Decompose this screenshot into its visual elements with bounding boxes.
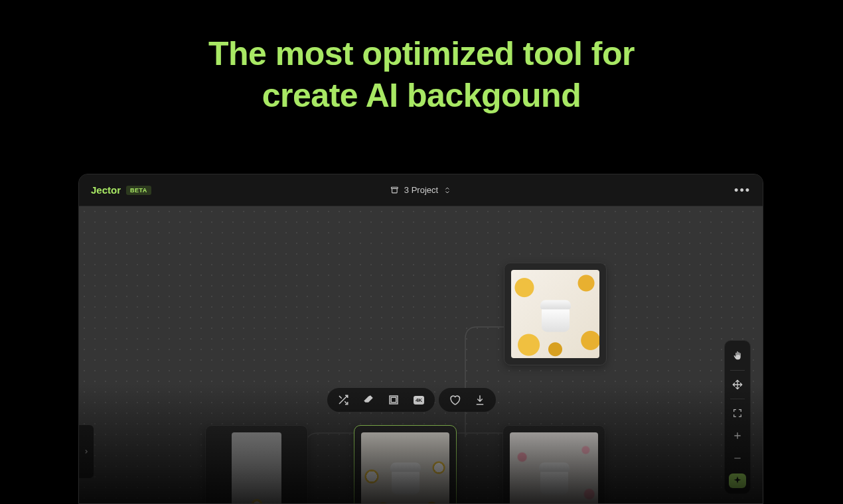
archive-icon — [390, 186, 399, 194]
headline-line-2: create AI backgound — [0, 75, 843, 117]
sparkle-icon — [732, 475, 743, 486]
thumbnail — [510, 432, 598, 504]
node-yellow-flowers[interactable] — [504, 263, 607, 365]
crop-icon — [388, 394, 400, 406]
move-icon — [732, 379, 743, 390]
shuffle-icon — [337, 394, 349, 406]
svg-rect-0 — [391, 187, 398, 188]
thumbnail — [361, 432, 449, 504]
headline-line-1: The most optimized tool for — [0, 33, 843, 75]
like-button[interactable] — [448, 393, 461, 407]
quality-4k-button[interactable]: 4K — [412, 393, 425, 407]
product-jar-icon — [389, 462, 422, 494]
hand-icon — [732, 351, 743, 361]
erase-button[interactable] — [362, 393, 375, 407]
app-header: Jector BETA 3 Project ••• — [79, 174, 763, 206]
more-menu-button[interactable]: ••• — [734, 184, 751, 196]
context-toolbar: 4K — [327, 388, 496, 412]
thumbnail — [232, 432, 281, 504]
view-tools-panel — [724, 340, 751, 494]
zoom-out-button[interactable] — [728, 448, 747, 468]
logo[interactable]: Jector BETA — [91, 184, 151, 196]
ai-generate-button[interactable] — [729, 473, 746, 488]
toolbar-group-save — [439, 388, 496, 412]
svg-rect-1 — [391, 397, 396, 403]
chevron-updown-icon — [443, 186, 451, 194]
sidebar-expand-handle[interactable] — [79, 425, 94, 478]
app-window: Jector BETA 3 Project ••• — [78, 174, 763, 504]
thumbnail — [511, 270, 599, 358]
node-gray-portrait[interactable] — [205, 425, 308, 504]
crop-button[interactable] — [387, 393, 400, 407]
download-button[interactable] — [473, 393, 487, 407]
marketing-headline: The most optimized tool for create AI ba… — [0, 0, 843, 116]
node-pink-petals[interactable] — [502, 425, 605, 504]
toolbar-group-actions: 4K — [327, 388, 435, 412]
heart-icon — [449, 394, 461, 406]
hand-tool-button[interactable] — [728, 346, 747, 366]
fullscreen-button[interactable] — [728, 403, 747, 423]
plus-icon — [732, 430, 743, 441]
product-jar-icon — [538, 462, 571, 494]
product-jar-icon — [539, 300, 572, 332]
beta-badge: BETA — [126, 186, 151, 195]
project-label: 3 Project — [404, 185, 438, 195]
minus-icon — [732, 453, 743, 464]
shuffle-button[interactable] — [337, 393, 350, 407]
zoom-in-button[interactable] — [728, 426, 747, 446]
move-tool-button[interactable] — [728, 375, 747, 395]
eraser-icon — [362, 394, 374, 406]
logo-text: Jector — [91, 184, 121, 196]
fullscreen-icon — [732, 408, 743, 418]
download-icon — [474, 394, 486, 406]
canvas[interactable]: 4K — [79, 206, 763, 503]
project-switcher[interactable]: 3 Project — [390, 185, 451, 195]
chevron-right-icon — [83, 447, 90, 456]
node-daisies-selected[interactable] — [354, 425, 457, 504]
quality-badge: 4K — [414, 396, 424, 405]
